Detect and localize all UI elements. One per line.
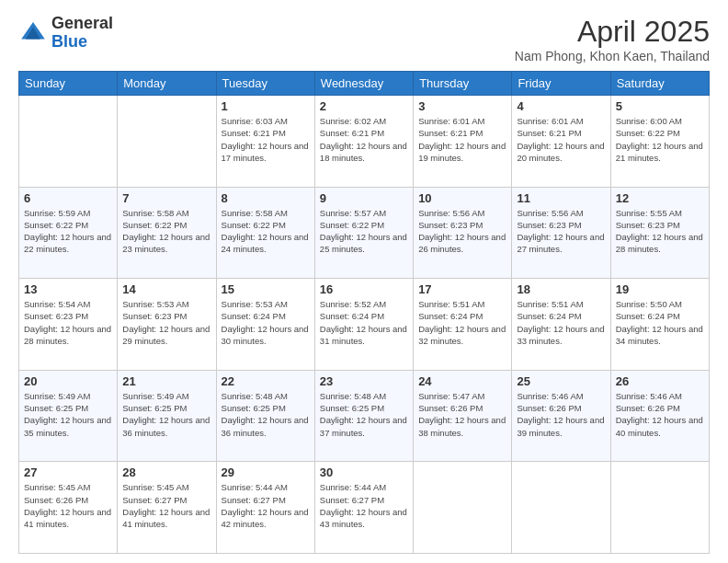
calendar-subtitle: Nam Phong, Khon Kaen, Thailand	[515, 49, 710, 63]
calendar-cell: 23Sunrise: 5:48 AMSunset: 6:25 PMDayligh…	[314, 370, 413, 462]
day-info: Sunrise: 6:00 AMSunset: 6:22 PMDaylight:…	[616, 115, 704, 164]
calendar-cell: 13Sunrise: 5:54 AMSunset: 6:23 PMDayligh…	[19, 279, 118, 371]
calendar-week-row: 1Sunrise: 6:03 AMSunset: 6:21 PMDaylight…	[19, 96, 710, 188]
calendar-cell: 17Sunrise: 5:51 AMSunset: 6:24 PMDayligh…	[414, 279, 512, 371]
day-info: Sunrise: 5:58 AMSunset: 6:22 PMDaylight:…	[122, 207, 210, 256]
calendar-cell: 11Sunrise: 5:56 AMSunset: 6:23 PMDayligh…	[512, 187, 610, 279]
page: General Blue April 2025 Nam Phong, Khon …	[0, 0, 728, 563]
logo-text: General Blue	[51, 15, 113, 52]
calendar-cell: 28Sunrise: 5:45 AMSunset: 6:27 PMDayligh…	[118, 462, 216, 554]
day-info: Sunrise: 5:45 AMSunset: 6:26 PMDaylight:…	[24, 481, 112, 530]
day-number: 4	[517, 99, 605, 113]
calendar-cell: 18Sunrise: 5:51 AMSunset: 6:24 PMDayligh…	[512, 279, 610, 371]
day-number: 29	[222, 465, 310, 479]
day-info: Sunrise: 5:51 AMSunset: 6:24 PMDaylight:…	[418, 298, 506, 347]
calendar-cell	[414, 462, 512, 554]
day-info: Sunrise: 5:49 AMSunset: 6:25 PMDaylight:…	[24, 390, 112, 439]
calendar-cell: 24Sunrise: 5:47 AMSunset: 6:26 PMDayligh…	[414, 370, 512, 462]
day-info: Sunrise: 5:49 AMSunset: 6:25 PMDaylight:…	[122, 390, 210, 439]
calendar-cell: 14Sunrise: 5:53 AMSunset: 6:23 PMDayligh…	[118, 279, 216, 371]
calendar-cell: 21Sunrise: 5:49 AMSunset: 6:25 PMDayligh…	[118, 370, 216, 462]
calendar-cell: 12Sunrise: 5:55 AMSunset: 6:23 PMDayligh…	[610, 187, 709, 279]
calendar-cell: 16Sunrise: 5:52 AMSunset: 6:24 PMDayligh…	[314, 279, 413, 371]
day-info: Sunrise: 5:46 AMSunset: 6:26 PMDaylight:…	[517, 390, 605, 439]
day-number: 3	[418, 99, 506, 113]
day-of-week-header: Wednesday	[314, 72, 413, 96]
day-of-week-header: Friday	[512, 72, 610, 96]
logo-icon	[18, 18, 48, 48]
calendar-cell: 26Sunrise: 5:46 AMSunset: 6:26 PMDayligh…	[610, 370, 709, 462]
day-number: 6	[24, 191, 112, 205]
day-info: Sunrise: 5:44 AMSunset: 6:27 PMDaylight:…	[222, 481, 310, 530]
calendar-cell	[512, 462, 610, 554]
logo: General Blue	[18, 15, 113, 52]
logo-blue: Blue	[51, 32, 87, 51]
day-number: 21	[122, 374, 210, 388]
calendar-week-row: 6Sunrise: 5:59 AMSunset: 6:22 PMDaylight…	[19, 187, 710, 279]
calendar-cell	[118, 96, 216, 188]
day-of-week-header: Monday	[118, 72, 216, 96]
day-number: 30	[320, 465, 408, 479]
day-info: Sunrise: 5:52 AMSunset: 6:24 PMDaylight:…	[320, 298, 408, 347]
header: General Blue April 2025 Nam Phong, Khon …	[18, 15, 710, 63]
day-info: Sunrise: 5:47 AMSunset: 6:26 PMDaylight:…	[418, 390, 506, 439]
day-number: 2	[320, 99, 408, 113]
calendar-week-row: 20Sunrise: 5:49 AMSunset: 6:25 PMDayligh…	[19, 370, 710, 462]
day-info: Sunrise: 5:53 AMSunset: 6:24 PMDaylight:…	[222, 298, 310, 347]
day-of-week-header: Tuesday	[216, 72, 314, 96]
day-info: Sunrise: 5:57 AMSunset: 6:22 PMDaylight:…	[320, 207, 408, 256]
day-of-week-header: Saturday	[610, 72, 709, 96]
day-info: Sunrise: 5:48 AMSunset: 6:25 PMDaylight:…	[222, 390, 310, 439]
day-number: 18	[517, 282, 605, 296]
calendar-cell: 19Sunrise: 5:50 AMSunset: 6:24 PMDayligh…	[610, 279, 709, 371]
day-info: Sunrise: 6:01 AMSunset: 6:21 PMDaylight:…	[418, 115, 506, 164]
day-number: 27	[24, 465, 112, 479]
calendar-cell: 5Sunrise: 6:00 AMSunset: 6:22 PMDaylight…	[610, 96, 709, 188]
day-number: 20	[24, 374, 112, 388]
logo-general: General	[51, 14, 113, 32]
calendar-header-row: SundayMondayTuesdayWednesdayThursdayFrid…	[19, 72, 710, 96]
calendar-cell: 4Sunrise: 6:01 AMSunset: 6:21 PMDaylight…	[512, 96, 610, 188]
day-number: 16	[320, 282, 408, 296]
calendar-cell: 29Sunrise: 5:44 AMSunset: 6:27 PMDayligh…	[216, 462, 314, 554]
day-info: Sunrise: 5:44 AMSunset: 6:27 PMDaylight:…	[320, 481, 408, 530]
day-info: Sunrise: 5:58 AMSunset: 6:22 PMDaylight:…	[222, 207, 310, 256]
title-block: April 2025 Nam Phong, Khon Kaen, Thailan…	[515, 15, 710, 63]
calendar-cell: 6Sunrise: 5:59 AMSunset: 6:22 PMDaylight…	[19, 187, 118, 279]
day-info: Sunrise: 5:56 AMSunset: 6:23 PMDaylight:…	[418, 207, 506, 256]
calendar-cell: 25Sunrise: 5:46 AMSunset: 6:26 PMDayligh…	[512, 370, 610, 462]
day-number: 14	[122, 282, 210, 296]
day-number: 15	[222, 282, 310, 296]
calendar-cell: 27Sunrise: 5:45 AMSunset: 6:26 PMDayligh…	[19, 462, 118, 554]
day-number: 23	[320, 374, 408, 388]
day-number: 8	[222, 191, 310, 205]
day-info: Sunrise: 5:50 AMSunset: 6:24 PMDaylight:…	[616, 298, 704, 347]
day-number: 19	[616, 282, 704, 296]
day-number: 25	[517, 374, 605, 388]
day-info: Sunrise: 5:53 AMSunset: 6:23 PMDaylight:…	[122, 298, 210, 347]
day-info: Sunrise: 5:51 AMSunset: 6:24 PMDaylight:…	[517, 298, 605, 347]
day-info: Sunrise: 5:54 AMSunset: 6:23 PMDaylight:…	[24, 298, 112, 347]
day-number: 28	[122, 465, 210, 479]
day-of-week-header: Thursday	[414, 72, 512, 96]
calendar-cell: 30Sunrise: 5:44 AMSunset: 6:27 PMDayligh…	[314, 462, 413, 554]
day-number: 13	[24, 282, 112, 296]
day-info: Sunrise: 5:48 AMSunset: 6:25 PMDaylight:…	[320, 390, 408, 439]
day-info: Sunrise: 6:02 AMSunset: 6:21 PMDaylight:…	[320, 115, 408, 164]
calendar-cell: 2Sunrise: 6:02 AMSunset: 6:21 PMDaylight…	[314, 96, 413, 188]
day-info: Sunrise: 5:55 AMSunset: 6:23 PMDaylight:…	[616, 207, 704, 256]
day-info: Sunrise: 6:01 AMSunset: 6:21 PMDaylight:…	[517, 115, 605, 164]
calendar-week-row: 13Sunrise: 5:54 AMSunset: 6:23 PMDayligh…	[19, 279, 710, 371]
calendar-cell: 15Sunrise: 5:53 AMSunset: 6:24 PMDayligh…	[216, 279, 314, 371]
calendar-cell: 10Sunrise: 5:56 AMSunset: 6:23 PMDayligh…	[414, 187, 512, 279]
calendar-title: April 2025	[515, 15, 710, 49]
calendar-cell: 8Sunrise: 5:58 AMSunset: 6:22 PMDaylight…	[216, 187, 314, 279]
day-number: 5	[616, 99, 704, 113]
calendar-table: SundayMondayTuesdayWednesdayThursdayFrid…	[18, 71, 710, 554]
day-info: Sunrise: 5:56 AMSunset: 6:23 PMDaylight:…	[517, 207, 605, 256]
day-number: 9	[320, 191, 408, 205]
day-number: 7	[122, 191, 210, 205]
day-info: Sunrise: 5:45 AMSunset: 6:27 PMDaylight:…	[122, 481, 210, 530]
day-number: 17	[418, 282, 506, 296]
day-number: 10	[418, 191, 506, 205]
